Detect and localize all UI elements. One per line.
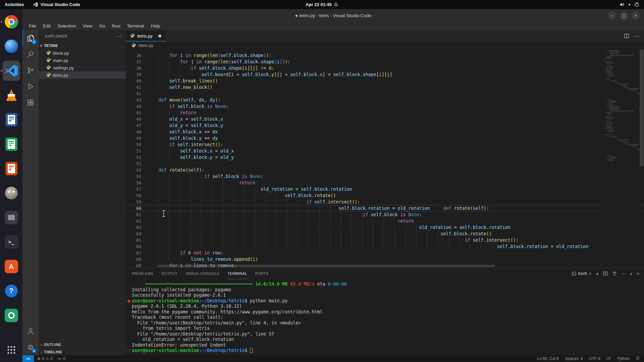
minimize-button[interactable]: – <box>608 11 616 20</box>
code-line-52[interactable]: 52 self.block.y = old_y <box>126 154 644 161</box>
close-panel-icon[interactable]: × <box>637 271 639 276</box>
code-line-38[interactable]: 38 if self.block.shape[i][j] != 0: <box>126 65 644 71</box>
notifications-bell-icon[interactable] <box>636 356 640 361</box>
kill-terminal-icon[interactable] <box>612 271 617 276</box>
file-tetris.py[interactable]: tetris.py <box>39 71 126 79</box>
code-line-40[interactable]: 40 self.break_lines() <box>126 78 644 84</box>
dock-files-icon[interactable] <box>3 207 20 228</box>
problems-status[interactable]: ⊗0 ⚠0 <box>37 356 53 361</box>
section-outline[interactable]: ›OUTLINE <box>39 341 126 348</box>
status-spaces-4[interactable]: Spaces: 4 <box>565 356 583 361</box>
dock-writer-icon[interactable] <box>3 110 20 130</box>
menu-view[interactable]: View <box>80 23 96 29</box>
status-python[interactable]: Python <box>617 356 630 361</box>
dock-app-grid-icon[interactable] <box>3 340 20 360</box>
explorer-icon[interactable]: 1 <box>22 30 39 46</box>
focused-app-indicator[interactable]: Visual Studio Code <box>33 2 80 7</box>
scrollbar-slider[interactable] <box>640 50 644 166</box>
dock-vscode-icon[interactable] <box>3 61 20 81</box>
code-line-49[interactable]: 49 self.block.y += dy <box>126 135 644 141</box>
code-line-64[interactable]: 64 self.block.rotate() <box>126 231 644 237</box>
code-line-50[interactable]: 50 if self.intersect(): <box>126 141 644 148</box>
dock-impress-icon[interactable] <box>3 159 20 179</box>
settings-gear-icon[interactable]: ⚙ 1 <box>22 339 39 355</box>
code-line-36[interactable]: 36 for i in range(len(self.block.shape))… <box>126 52 644 59</box>
panel-tab-output[interactable]: OUTPUT <box>161 268 177 279</box>
vertical-scrollbar[interactable] <box>639 50 644 267</box>
editor-more-actions-icon[interactable]: ⋯ <box>634 33 639 39</box>
dock-gimp-icon[interactable] <box>3 183 20 203</box>
panel-tab-debug-console[interactable]: DEBUG CONSOLE <box>185 268 219 279</box>
panel-tab-problems[interactable]: PROBLEMS <box>132 268 153 279</box>
status-ln-60-col-5[interactable]: Ln 60, Col 5 <box>537 356 559 361</box>
section-timeline[interactable]: ›TIMELINE <box>39 348 126 355</box>
code-line-37[interactable]: 37 for j in range(len(self.block.shape[i… <box>126 59 644 65</box>
new-terminal-icon[interactable]: + <box>596 271 599 277</box>
file-block.py[interactable]: block.py <box>39 49 126 57</box>
code-line-58[interactable]: 58 self.block.rotate() <box>126 192 644 199</box>
maximize-panel-icon[interactable]: ∧ <box>630 272 632 276</box>
code-line-44[interactable]: 44 if self.block is None: <box>126 103 644 110</box>
code-line-66[interactable]: 66 self.block.rotation = old_rotation <box>126 243 644 250</box>
terminal-instance-bash[interactable]: bash ∨ <box>572 271 592 276</box>
dock-calc-icon[interactable] <box>3 134 20 154</box>
split-terminal-icon[interactable] <box>603 271 608 276</box>
code-line-67[interactable]: 67 if 0 not in row: <box>126 250 644 256</box>
dock-software-icon[interactable]: A <box>3 256 20 277</box>
code-line-46[interactable]: 46 old_x = self.block.x <box>126 116 644 122</box>
window-title-bar[interactable]: ● tetris.py - tetris - Visual Studio Cod… <box>22 9 644 22</box>
menu-go[interactable]: Go <box>96 23 108 29</box>
code-line-47[interactable]: 47 old_y = self.block.y <box>126 122 644 129</box>
code-line-65[interactable]: 65 if self.intersect(): <box>126 237 644 243</box>
file-settings.py[interactable]: settings.py <box>39 64 126 71</box>
file-main.py[interactable]: main.py <box>39 57 126 64</box>
explorer-more-actions-icon[interactable]: ⋯ <box>117 34 122 39</box>
menu-selection[interactable]: Selection <box>54 23 79 29</box>
code-line-60[interactable]: 60 self.block.rotation = old_rotation de… <box>126 205 644 212</box>
accounts-icon[interactable] <box>22 323 39 339</box>
menu-edit[interactable]: Edit <box>40 23 54 29</box>
dock-vlc-icon[interactable] <box>3 85 20 105</box>
clock-menu[interactable]: Apr 22 01:45 <box>306 2 338 7</box>
code-line-39[interactable]: 39 self.board[i + self.block.y][j + self… <box>126 71 644 78</box>
code-line-41[interactable]: 41 self.new_block() <box>126 84 644 90</box>
search-icon[interactable] <box>22 46 39 62</box>
code-line-59[interactable]: 59 if self.intersect(): <box>126 199 644 205</box>
terminal-output[interactable]: ━━━━━━━━━━━━━━━━━━━━━━━━━━━━━━━━━━━━━━━━… <box>126 279 644 355</box>
code-line-62[interactable]: 62 return <box>126 218 644 224</box>
code-line-56[interactable]: 56 return <box>126 180 644 186</box>
panel-more-actions-icon[interactable]: ⋯ <box>621 271 626 276</box>
code-line-42[interactable]: 42 <box>126 90 644 97</box>
horizontal-scrollbar[interactable] <box>158 265 495 267</box>
code-line-54[interactable]: 54 def rotate(self): <box>126 167 644 173</box>
close-button[interactable]: × <box>631 11 640 20</box>
activities-button[interactable]: Activities <box>5 2 24 7</box>
code-line-43[interactable]: 43 def move(self, dx, dy): <box>126 97 644 103</box>
code-line-55[interactable]: 55 if self.block is None: <box>126 173 644 180</box>
folder-tetris[interactable]: ∨ TETRIS <box>39 42 126 49</box>
code-line-45[interactable]: 45 return <box>126 110 644 116</box>
menu-terminal[interactable]: Terminal <box>124 23 147 29</box>
menu-file[interactable]: File <box>26 23 39 29</box>
code-line-57[interactable]: 57 old_rotation = self.block.rotation <box>126 186 644 192</box>
ports-status[interactable]: 0 <box>57 356 65 361</box>
split-editor-icon[interactable] <box>624 33 629 39</box>
minimap[interactable]: for i in range(len(self.block.shape)): f… <box>602 50 639 267</box>
breadcrumb[interactable]: tetris.py <box>126 42 644 50</box>
restore-button[interactable]: ▢ <box>620 11 628 20</box>
run-and-debug-icon[interactable] <box>22 78 39 95</box>
code-line-48[interactable]: 48 self.block.x += dx <box>126 129 644 135</box>
extensions-icon[interactable] <box>22 95 39 111</box>
code-line-51[interactable]: 51 self.block.x = old_x <box>126 148 644 154</box>
tab-tetris-py[interactable]: tetris.py <box>126 30 165 42</box>
menu-run[interactable]: Run <box>109 23 123 29</box>
menu-help[interactable]: Help <box>148 23 163 29</box>
unsaved-dot-icon[interactable] <box>158 35 161 38</box>
dock-chrome-icon[interactable] <box>3 12 20 32</box>
code-line-68[interactable]: 68 lines_to_remove.append(i) <box>126 256 644 262</box>
code-lines[interactable]: 36 for i in range(len(self.block.shape))… <box>126 50 644 267</box>
status-lf[interactable]: LF <box>606 356 611 361</box>
code-line-61[interactable]: 61 if self.block is None: <box>126 212 644 218</box>
source-control-icon[interactable] <box>22 62 39 78</box>
code-line-63[interactable]: 63 old_rotation = self.block.rotation <box>126 224 644 231</box>
